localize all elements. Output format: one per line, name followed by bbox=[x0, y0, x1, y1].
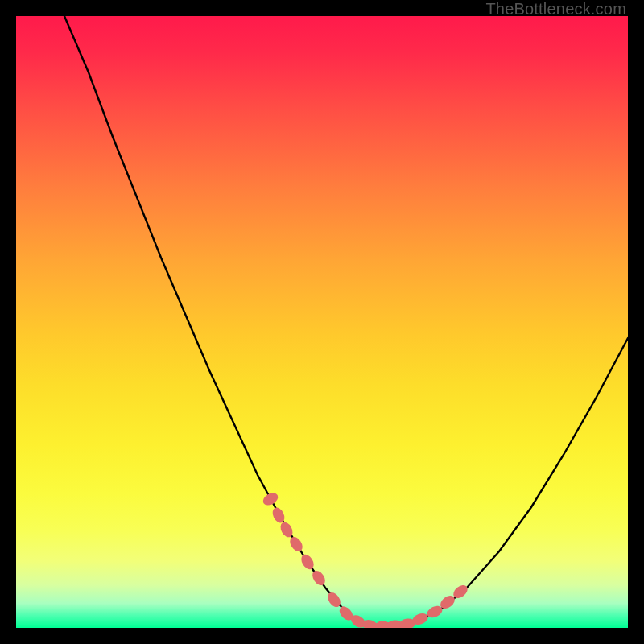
highlight-marker bbox=[261, 490, 280, 507]
highlight-marker bbox=[299, 552, 316, 572]
bottleneck-curve-path bbox=[64, 16, 628, 626]
bottleneck-curve-svg bbox=[16, 16, 628, 628]
chart-frame: TheBottleneck.com bbox=[0, 0, 644, 644]
highlight-marker bbox=[287, 535, 305, 554]
highlight-markers-group bbox=[261, 490, 470, 628]
highlight-marker bbox=[310, 568, 328, 588]
